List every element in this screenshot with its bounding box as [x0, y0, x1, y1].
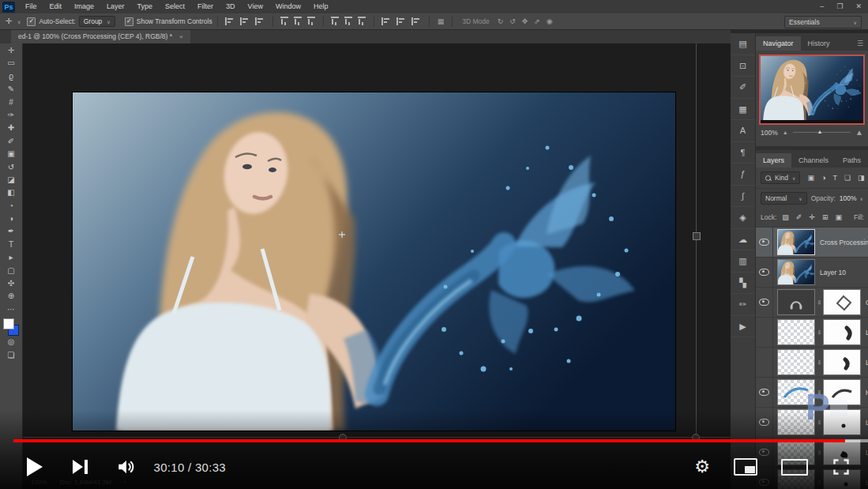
- tool-clone-stamp[interactable]: ▣: [0, 148, 22, 160]
- 3d-pan-icon[interactable]: ✥: [522, 17, 528, 25]
- layer-thumbnail[interactable]: [777, 289, 815, 315]
- auto-align-icon[interactable]: ▦: [438, 17, 445, 25]
- align-middle-icon[interactable]: [294, 17, 302, 26]
- visibility-toggle[interactable]: [756, 288, 773, 317]
- settings-gear-icon[interactable]: ⚙: [694, 458, 710, 476]
- tool-marquee[interactable]: ▭: [0, 57, 22, 70]
- restore-button[interactable]: ❐: [836, 0, 843, 13]
- layer-filter-dropdown[interactable]: Kind ∨: [761, 171, 800, 184]
- adjustments-panel-icon[interactable]: ▤: [731, 33, 755, 55]
- layer-row[interactable]: ∞ L...: [756, 318, 868, 348]
- menu-select[interactable]: Select: [159, 0, 191, 13]
- lock-pixels-icon[interactable]: ✐: [796, 213, 802, 221]
- tool-move[interactable]: ✛: [0, 44, 22, 57]
- menu-window[interactable]: Window: [269, 0, 307, 13]
- character-panel-icon[interactable]: A: [731, 120, 755, 142]
- vertical-scroll-handle[interactable]: [693, 232, 701, 240]
- vertical-scrollbar[interactable]: [696, 43, 697, 437]
- document-canvas[interactable]: [23, 43, 731, 489]
- 3d-scale-icon[interactable]: ◉: [547, 17, 553, 25]
- screen-mode-icon[interactable]: ❏: [0, 349, 22, 362]
- show-transform-checkbox[interactable]: ✓: [125, 17, 133, 26]
- theater-mode-button[interactable]: [781, 459, 808, 476]
- navigator-zoom-value[interactable]: 100%: [761, 129, 778, 137]
- volume-button[interactable]: [115, 457, 138, 477]
- panel-menu-icon[interactable]: ☰: [852, 36, 868, 51]
- filter-pixel-icon[interactable]: ▣: [807, 174, 814, 182]
- tool-hand[interactable]: ✣: [0, 277, 22, 290]
- lock-artboard-icon[interactable]: ⊞: [822, 213, 829, 221]
- filter-adjustment-icon[interactable]: ◑: [821, 174, 825, 182]
- tool-blur[interactable]: ◔: [0, 200, 22, 213]
- distribute-right-icon[interactable]: [411, 17, 421, 25]
- menu-file[interactable]: File: [19, 0, 43, 13]
- miniplayer-button[interactable]: [734, 458, 757, 476]
- lock-all-icon[interactable]: ▣: [835, 213, 842, 221]
- edit-toolbar-icon[interactable]: ⋯: [0, 303, 22, 316]
- auto-select-checkbox[interactable]: ✓: [27, 17, 36, 26]
- foreground-color-swatch[interactable]: [3, 318, 14, 329]
- tool-history-brush[interactable]: ↺: [0, 161, 22, 174]
- shapes-panel-icon[interactable]: ◈: [731, 207, 755, 229]
- horizontal-scrollbar[interactable]: [23, 437, 731, 438]
- minimize-button[interactable]: –: [820, 0, 824, 13]
- layer-thumbnail[interactable]: [777, 319, 815, 345]
- tool-eraser[interactable]: ◪: [0, 174, 22, 186]
- lock-position-icon[interactable]: ✛: [809, 213, 815, 221]
- tool-type[interactable]: T: [0, 239, 22, 251]
- filter-type-icon[interactable]: T: [832, 174, 837, 182]
- tool-path-selection[interactable]: ▸: [0, 251, 22, 264]
- layer-name[interactable]: Cross Processing (CEP...: [820, 239, 868, 246]
- tool-dodge[interactable]: ◑: [0, 213, 22, 225]
- layer-row-layer10[interactable]: Layer 10: [756, 258, 868, 288]
- 3d-roll-icon[interactable]: ↺: [509, 17, 516, 25]
- actions-panel-icon[interactable]: ▶: [731, 316, 755, 338]
- align-bottom-icon[interactable]: [307, 17, 315, 26]
- tab-paths[interactable]: Paths: [836, 153, 868, 167]
- paths-panel-icon[interactable]: ∫: [731, 186, 755, 208]
- menu-image[interactable]: Image: [68, 0, 100, 13]
- menu-edit[interactable]: Edit: [43, 0, 69, 13]
- 3d-slide-icon[interactable]: ⇗: [534, 17, 540, 25]
- zoom-in-icon[interactable]: ▲: [855, 128, 863, 137]
- tool-zoom[interactable]: ⊕: [0, 290, 22, 303]
- visibility-toggle[interactable]: [756, 378, 773, 407]
- swatches-panel-icon[interactable]: ▦: [731, 99, 755, 121]
- align-right-icon[interactable]: [255, 17, 265, 25]
- tool-lasso[interactable]: ϱ: [0, 70, 22, 83]
- visibility-toggle[interactable]: [756, 318, 773, 347]
- menu-view[interactable]: View: [242, 0, 269, 13]
- blend-mode-dropdown[interactable]: Normal ∨: [761, 192, 807, 205]
- layer-mask-thumbnail[interactable]: [823, 349, 861, 375]
- tool-eyedropper[interactable]: ✑: [0, 109, 22, 122]
- clone-source-panel-icon[interactable]: ⊡: [731, 55, 755, 77]
- visibility-toggle[interactable]: [756, 348, 773, 377]
- document-tab[interactable]: ed-1 @ 100% (Cross Processing (CEP 4), R…: [11, 30, 190, 43]
- menu-type[interactable]: Type: [131, 0, 160, 13]
- menu-filter[interactable]: Filter: [191, 0, 220, 13]
- visibility-toggle[interactable]: [756, 258, 773, 287]
- menu-help[interactable]: Help: [307, 0, 335, 13]
- notes-panel-icon[interactable]: ✏: [731, 294, 755, 316]
- distribute-left-icon[interactable]: [381, 17, 391, 25]
- link-mask-icon[interactable]: ∞: [816, 359, 823, 367]
- align-center-h-icon[interactable]: [240, 17, 250, 25]
- menu-layer[interactable]: Layer: [100, 0, 131, 13]
- slider-handle[interactable]: ▲: [817, 129, 823, 134]
- tool-quick-selection[interactable]: ✎: [0, 83, 22, 96]
- layer-name[interactable]: Layer 10: [820, 269, 868, 276]
- distribute-top-icon[interactable]: [331, 17, 339, 26]
- filter-smart-object-icon[interactable]: ◨: [858, 174, 865, 182]
- play-button[interactable]: [27, 457, 43, 476]
- tab-history[interactable]: History: [801, 36, 837, 51]
- lock-transparency-icon[interactable]: ▨: [782, 213, 789, 221]
- distribute-bottom-icon[interactable]: [358, 17, 366, 26]
- layer-thumbnail[interactable]: [777, 229, 815, 255]
- tool-shape[interactable]: ▢: [0, 265, 22, 277]
- filter-shape-icon[interactable]: ❏: [844, 174, 851, 182]
- libraries-panel-icon[interactable]: ☁: [731, 229, 755, 251]
- layer-mask-thumbnail[interactable]: [823, 289, 861, 315]
- visibility-toggle[interactable]: [756, 408, 773, 437]
- menu-3d[interactable]: 3D: [220, 0, 242, 13]
- layer-row-cross-processing[interactable]: Cross Processing (CEP...: [756, 228, 868, 258]
